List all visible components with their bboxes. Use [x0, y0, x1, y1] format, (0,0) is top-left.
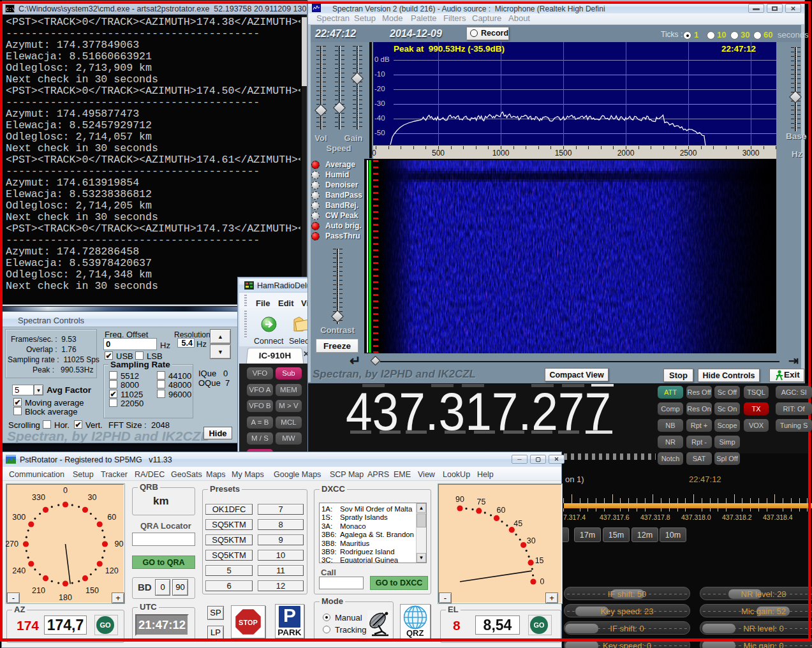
svg-text:90: 90 [455, 495, 464, 504]
svg-text:60: 60 [497, 506, 506, 515]
svg-text:180: 180 [59, 593, 72, 602]
svg-text:15: 15 [535, 556, 544, 565]
svg-text:STOP: STOP [239, 619, 258, 626]
svg-text:90: 90 [115, 540, 124, 549]
svg-text:210: 210 [32, 586, 45, 595]
svg-text:0: 0 [63, 486, 68, 495]
svg-text:150: 150 [85, 586, 99, 595]
svg-text:60: 60 [107, 513, 116, 522]
svg-text:0: 0 [540, 577, 545, 586]
svg-text:240: 240 [12, 566, 26, 575]
svg-text:300: 300 [12, 513, 26, 522]
svg-text:30: 30 [527, 536, 536, 545]
svg-text:270: 270 [6, 540, 18, 549]
svg-text:330: 330 [32, 493, 45, 502]
svg-text:30: 30 [88, 493, 97, 502]
svg-text:45: 45 [513, 519, 522, 528]
svg-text:120: 120 [105, 566, 119, 575]
svg-text:75: 75 [476, 497, 485, 506]
